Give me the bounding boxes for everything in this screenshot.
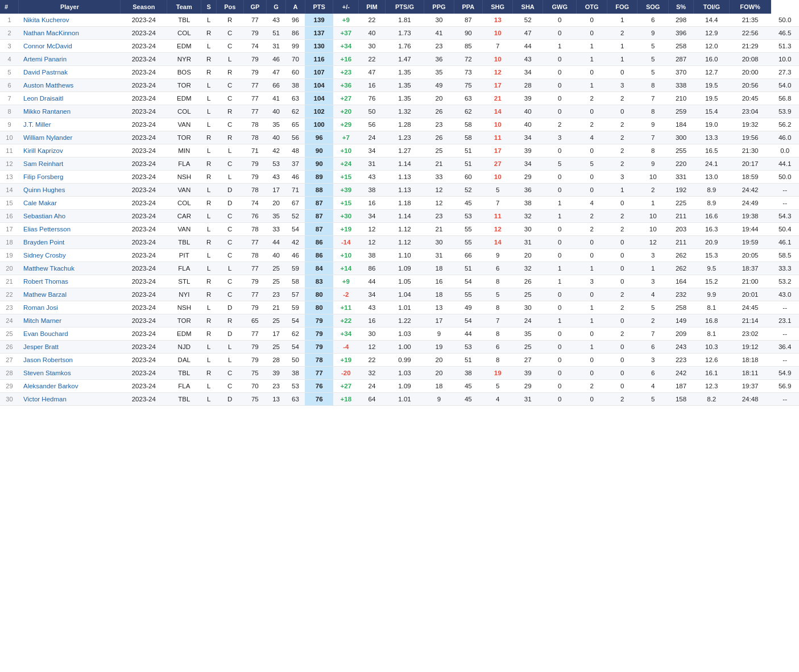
ptsg-cell: 1.35 [385, 79, 424, 92]
table-row: 29Aleksander Barkov2023-24FLALC70235376+… [0, 380, 799, 393]
gwg-cell: 1 [543, 210, 576, 223]
player-name[interactable]: Aleksander Barkov [19, 380, 121, 393]
fow-cell: 33.3 [771, 262, 799, 275]
player-name[interactable]: Auston Matthews [19, 79, 121, 92]
player-name[interactable]: Jason Robertson [19, 354, 121, 367]
pim-cell: 43 [359, 171, 386, 184]
spct-cell: 19.5 [694, 92, 730, 105]
player-name[interactable]: Nikita Kucherov [19, 14, 121, 27]
pim-cell: 34 [359, 288, 386, 301]
player-name[interactable]: Filip Forsberg [19, 171, 121, 184]
plusminus-cell: +10 [333, 249, 359, 262]
player-name[interactable]: Mikko Rantanen [19, 105, 121, 118]
player-name[interactable]: Sebastian Aho [19, 210, 121, 223]
s-cell: L [201, 301, 217, 314]
rank-cell: 21 [0, 275, 19, 288]
s-cell: R [201, 27, 217, 40]
toi-cell: 21:29 [730, 40, 771, 53]
shg-cell: 14 [482, 105, 513, 118]
player-name[interactable]: Brayden Point [19, 236, 121, 249]
team-cell: COL [167, 27, 201, 40]
fog-cell: 1 [607, 184, 637, 197]
pts-cell: 102 [305, 105, 333, 118]
s-cell: R [201, 288, 217, 301]
player-name[interactable]: J.T. Miller [19, 118, 121, 131]
ptsg-cell: 1.01 [385, 393, 424, 406]
player-name[interactable]: David Pastrnak [19, 66, 121, 79]
shg-cell: 10 [482, 171, 513, 184]
g-cell: 35 [267, 118, 286, 131]
shg-cell: 17 [482, 79, 513, 92]
season-cell: 2023-24 [121, 40, 167, 53]
ppg-cell: 26 [424, 105, 454, 118]
player-name[interactable]: Quinn Hughes [19, 184, 121, 197]
player-name[interactable]: Steven Stamkos [19, 367, 121, 380]
player-name[interactable]: Artemi Panarin [19, 53, 121, 66]
table-row: 17Elias Pettersson2023-24VANLC78335487+1… [0, 223, 799, 236]
g-cell: 46 [267, 53, 286, 66]
player-name[interactable]: Jesper Bratt [19, 341, 121, 354]
player-name[interactable]: Elias Pettersson [19, 223, 121, 236]
gp-cell: 77 [243, 92, 267, 105]
g-cell: 17 [267, 184, 286, 197]
player-name[interactable]: Sam Reinhart [19, 157, 121, 171]
g-cell: 17 [267, 327, 286, 341]
player-name[interactable]: Nathan MacKinnon [19, 27, 121, 40]
ppg-cell: 41 [424, 27, 454, 40]
col-header-: +/- [333, 0, 359, 14]
sog-cell: 2 [637, 314, 669, 327]
player-name[interactable]: Mathew Barzal [19, 288, 121, 301]
gwg-cell: 0 [543, 14, 576, 27]
player-name[interactable]: Victor Hedman [19, 393, 121, 406]
sha-cell: 39 [513, 144, 543, 157]
player-name[interactable]: William Nylander [19, 131, 121, 144]
season-cell: 2023-24 [121, 171, 167, 184]
a-cell: 54 [286, 314, 305, 327]
pos-cell: L [217, 171, 244, 184]
pos-cell: L [217, 354, 244, 367]
sha-cell: 38 [513, 197, 543, 210]
team-cell: TBL [167, 367, 201, 380]
player-name[interactable]: Leon Draisaitl [19, 92, 121, 105]
otg-cell: 1 [577, 341, 607, 354]
player-name[interactable]: Evan Bouchard [19, 327, 121, 341]
plusminus-cell: +37 [333, 27, 359, 40]
sog-cell: 2 [637, 184, 669, 197]
spct-cell: 8.9 [694, 184, 730, 197]
otg-cell: 1 [577, 301, 607, 314]
player-name[interactable]: Cale Makar [19, 197, 121, 210]
pts-cell: 100 [305, 118, 333, 131]
gwg-cell: 0 [543, 66, 576, 79]
gp-cell: 79 [243, 301, 267, 314]
ptsg-cell: 1.28 [385, 118, 424, 131]
fog-cell: 0 [607, 367, 637, 380]
g-cell: 42 [267, 144, 286, 157]
fog-cell: 0 [607, 262, 637, 275]
pos-cell: C [217, 367, 244, 380]
season-cell: 2023-24 [121, 341, 167, 354]
toi-cell: 19:38 [730, 210, 771, 223]
player-name[interactable]: Matthew Tkachuk [19, 262, 121, 275]
sog-cell: 1 [637, 262, 669, 275]
player-name[interactable]: Connor McDavid [19, 40, 121, 53]
table-row: 5David Pastrnak2023-24BOSRR794760107+234… [0, 66, 799, 79]
season-cell: 2023-24 [121, 223, 167, 236]
player-name[interactable]: Roman Josi [19, 301, 121, 314]
season-cell: 2023-24 [121, 131, 167, 144]
player-name[interactable]: Sidney Crosby [19, 249, 121, 262]
pts-cell: 87 [305, 223, 333, 236]
ppg-cell: 23 [424, 40, 454, 53]
player-name[interactable]: Kirill Kaprizov [19, 144, 121, 157]
g-cell: 33 [267, 223, 286, 236]
sog-cell: 6 [637, 367, 669, 380]
ppg-cell: 33 [424, 171, 454, 184]
gp-cell: 75 [243, 393, 267, 406]
fow-cell: -- [771, 184, 799, 197]
ppg-cell: 12 [424, 184, 454, 197]
fow-cell: 50.0 [771, 14, 799, 27]
fow-cell: 46.0 [771, 131, 799, 144]
player-name[interactable]: Mitch Marner [19, 314, 121, 327]
player-name[interactable]: Robert Thomas [19, 275, 121, 288]
fog-cell: 2 [607, 144, 637, 157]
toi-cell: 21:30 [730, 144, 771, 157]
